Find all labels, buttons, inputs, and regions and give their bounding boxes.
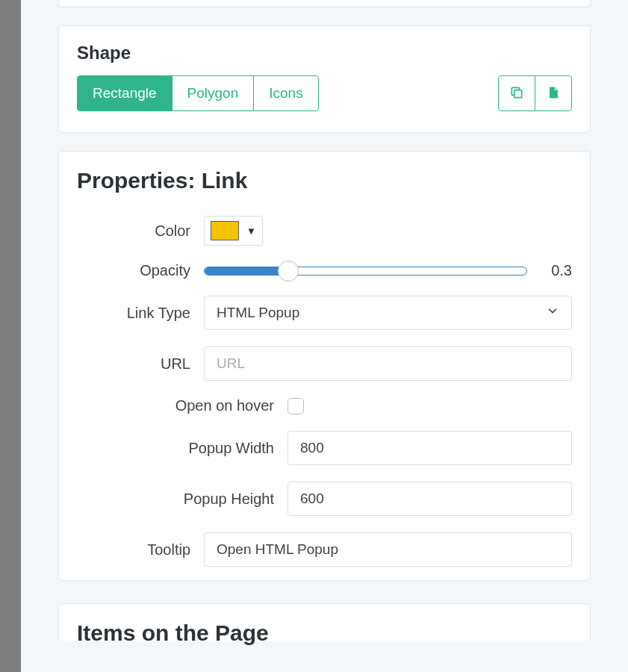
open-on-hover-checkbox[interactable]: [287, 398, 304, 414]
properties-heading: Properties: Link: [77, 168, 572, 193]
url-label: URL: [77, 355, 204, 373]
popup-height-label: Popup Height: [77, 491, 287, 508]
items-heading: Items on the Page: [77, 620, 572, 646]
properties-card: Properties: Link Color ▼ Opacity: [58, 151, 591, 581]
tooltip-input[interactable]: [204, 532, 572, 567]
shape-option-rectangle[interactable]: Rectangle: [77, 75, 172, 111]
shape-segmented-control: Rectangle Polygon Icons: [77, 75, 319, 111]
opacity-slider[interactable]: [204, 264, 527, 279]
paste-icon: [546, 85, 561, 102]
link-type-label: Link Type: [77, 305, 204, 322]
copy-button[interactable]: [498, 75, 535, 111]
tooltip-label: Tooltip: [77, 541, 204, 559]
svg-rect-0: [514, 90, 522, 97]
link-type-selected: HTML Popup: [217, 305, 299, 321]
shape-option-polygon[interactable]: Polygon: [172, 75, 255, 111]
chevron-down-icon: [546, 305, 559, 322]
popup-width-label: Popup Width: [77, 440, 287, 457]
copy-icon: [509, 85, 524, 102]
shape-option-icons[interactable]: Icons: [253, 75, 318, 111]
paste-button[interactable]: [535, 75, 572, 111]
shape-action-buttons: [498, 75, 572, 111]
popup-width-input[interactable]: [287, 431, 572, 465]
slider-thumb[interactable]: [278, 261, 299, 281]
shape-heading: Shape: [77, 43, 572, 63]
popup-height-input[interactable]: [287, 482, 572, 516]
open-on-hover-label: Open on hover: [77, 397, 287, 414]
color-label: Color: [77, 223, 204, 240]
color-picker[interactable]: ▼: [204, 216, 263, 246]
opacity-value: 0.3: [527, 262, 572, 279]
left-edge-strip: [0, 0, 21, 672]
url-input[interactable]: [204, 346, 572, 381]
link-type-select[interactable]: HTML Popup: [204, 296, 572, 330]
shape-card: Shape Rectangle Polygon Icons: [58, 25, 591, 133]
opacity-label: Opacity: [77, 262, 204, 279]
color-swatch: [211, 221, 239, 240]
dropdown-caret-icon: ▼: [246, 225, 256, 237]
previous-card-bottom-edge: [58, 0, 591, 7]
items-card: Items on the Page: [58, 603, 591, 641]
